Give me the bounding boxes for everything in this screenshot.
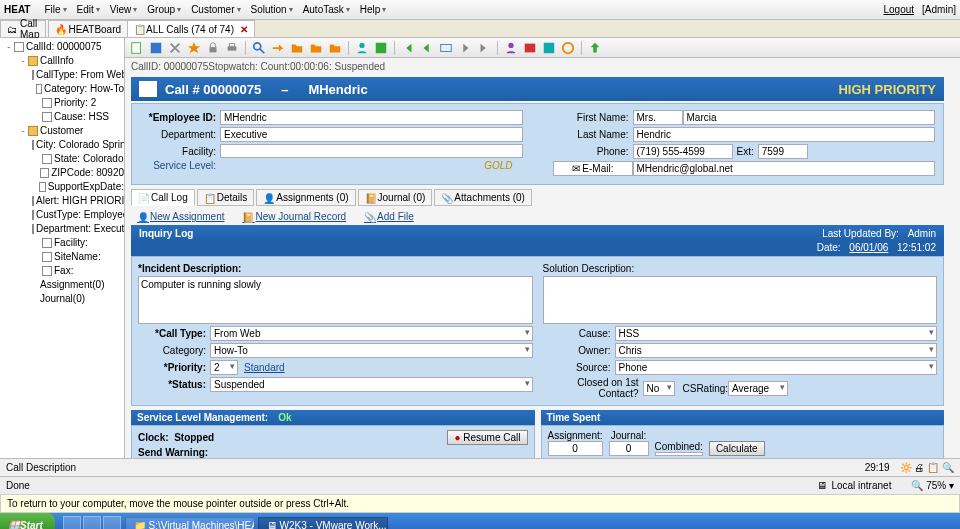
facility-field[interactable] — [220, 144, 523, 158]
tree-node[interactable]: Alert: HIGH PRIORITY — [0, 194, 124, 208]
tree-node[interactable]: CallType: From Web — [0, 68, 124, 82]
email-field[interactable]: MHendric@global.net — [633, 161, 936, 176]
category-select[interactable]: How-To — [210, 343, 533, 358]
tree-node[interactable]: Priority: 2 — [0, 96, 124, 110]
customer-icon[interactable] — [503, 40, 519, 56]
phone-field[interactable]: (719) 555-4599 — [633, 144, 733, 159]
menu-edit[interactable]: Edit▾ — [73, 2, 104, 17]
tree-node[interactable]: CustType: Employee — [0, 208, 124, 222]
tree-node[interactable]: -CallInfo — [0, 54, 124, 68]
email-button[interactable]: ✉ E-Mail: — [553, 161, 633, 176]
exit-icon[interactable] — [587, 40, 603, 56]
menu-view[interactable]: View▾ — [106, 2, 142, 17]
save-icon[interactable] — [148, 40, 164, 56]
tree-node[interactable]: Category: How-To — [0, 82, 124, 96]
logout-link[interactable]: Logout — [884, 4, 915, 15]
next-icon[interactable] — [457, 40, 473, 56]
history-icon[interactable] — [560, 40, 576, 56]
tree-node[interactable]: Fax: — [0, 264, 124, 278]
ql-desktop-icon[interactable] — [83, 516, 101, 529]
people-icon[interactable] — [354, 40, 370, 56]
tab-attachments[interactable]: 📎Attachments (0) — [434, 189, 532, 206]
menu-solution[interactable]: Solution▾ — [247, 2, 297, 17]
calculate-button[interactable]: Calculate — [709, 441, 765, 456]
print-icon[interactable] — [224, 40, 240, 56]
menu-help[interactable]: Help▾ — [356, 2, 391, 17]
menu-group[interactable]: Group▾ — [143, 2, 185, 17]
counter-icon[interactable] — [438, 40, 454, 56]
journal-time[interactable]: 0 — [609, 441, 649, 456]
folder1-icon[interactable] — [308, 40, 324, 56]
tree-node[interactable]: -CallId: 00000075 — [0, 40, 124, 54]
find-icon[interactable] — [251, 40, 267, 56]
lastname-field[interactable]: Hendric — [633, 127, 936, 142]
tree-node[interactable]: SiteName: — [0, 250, 124, 264]
start-button[interactable]: 🪟 Start — [0, 513, 55, 529]
tab-journal[interactable]: 📔Journal (0) — [358, 189, 433, 206]
ext-field[interactable]: 7599 — [758, 144, 808, 159]
flag-icon[interactable] — [373, 40, 389, 56]
tree-node[interactable]: SupportExpDate: — [0, 180, 124, 194]
first-icon[interactable] — [400, 40, 416, 56]
priority-select[interactable]: 2 — [210, 360, 238, 375]
solution-textarea[interactable] — [543, 276, 938, 324]
assignment-time[interactable]: 0 — [548, 441, 603, 456]
tab-assignments[interactable]: 👤Assignments (0) — [256, 189, 355, 206]
ql-explorer-icon[interactable] — [103, 516, 121, 529]
cfg-icon[interactable] — [541, 40, 557, 56]
tree-node[interactable]: Journal(0) — [0, 292, 124, 306]
department-field[interactable]: Executive — [220, 127, 523, 142]
tree-node[interactable]: Cause: HSS — [0, 110, 124, 124]
resume-call-button[interactable]: ● Resume Call — [447, 430, 527, 445]
standard-link[interactable]: Standard — [244, 362, 285, 373]
prev-icon[interactable] — [419, 40, 435, 56]
new-journal-link[interactable]: 📔New Journal Record — [242, 211, 346, 222]
tree-node[interactable]: Facility: — [0, 236, 124, 250]
new-icon[interactable] — [129, 40, 145, 56]
brand: HEAT — [4, 4, 30, 15]
tabclose-icon[interactable]: ✕ — [240, 24, 248, 35]
tree-node[interactable]: City: Colorado Springs — [0, 138, 124, 152]
firstname-field[interactable]: Marcia — [683, 110, 936, 125]
tree-node[interactable]: -Customer — [0, 124, 124, 138]
csrating-select[interactable]: Average — [728, 381, 788, 396]
tree-node[interactable]: State: Colorado — [0, 152, 124, 166]
tree-node[interactable]: ZIPCode: 80920 — [0, 166, 124, 180]
title-field[interactable]: Mrs. — [633, 110, 683, 125]
incident-textarea[interactable]: Computer is running slowly — [138, 276, 533, 324]
tree-node[interactable]: Department: Executive — [0, 222, 124, 236]
add-file-link[interactable]: 📎Add File — [364, 211, 414, 222]
ticket-icon[interactable] — [522, 40, 538, 56]
folder2-icon[interactable] — [327, 40, 343, 56]
combined-time — [655, 452, 703, 456]
employee-id-field[interactable]: MHendric — [220, 110, 523, 125]
menu-file[interactable]: File▾ — [40, 2, 70, 17]
source-select[interactable]: Phone — [615, 360, 938, 375]
task-explorer[interactable]: 📁 S:\Virtual Machines\HEA... — [125, 517, 255, 530]
last-icon[interactable] — [476, 40, 492, 56]
tab-heatboard[interactable]: 🔥HEATBoard — [48, 20, 128, 37]
lock-icon[interactable] — [205, 40, 221, 56]
calltype-select[interactable]: From Web — [210, 326, 533, 341]
tab-callmap[interactable]: 🗂Call Map — [0, 20, 46, 37]
svg-rect-0 — [132, 42, 141, 53]
menu-autotask[interactable]: AutoTask▾ — [299, 2, 354, 17]
status-select[interactable]: Suspended — [210, 377, 533, 392]
menu-customer[interactable]: Customer▾ — [187, 2, 244, 17]
quick-icon[interactable] — [186, 40, 202, 56]
task-vmware[interactable]: 🖥 W2K3 - VMware Work... — [258, 517, 388, 530]
tab-details[interactable]: 📋Details — [197, 189, 255, 206]
tab-allcalls[interactable]: 📋 ALL Calls (74 of 74)✕ — [127, 20, 255, 37]
tab-calllog[interactable]: 📄Call Log — [131, 189, 195, 206]
new-assignment-link[interactable]: 👤New Assignment — [137, 211, 224, 222]
transfer-icon[interactable] — [270, 40, 286, 56]
cause-select[interactable]: HSS — [615, 326, 938, 341]
folder-icon[interactable] — [289, 40, 305, 56]
abandon-icon[interactable] — [167, 40, 183, 56]
zoom-label[interactable]: 🔍 75% ▾ — [911, 480, 954, 491]
incident-label: *Incident Description: — [138, 263, 533, 274]
tree-node[interactable]: Assignment(0) — [0, 278, 124, 292]
closed1st-select[interactable]: No — [643, 381, 675, 396]
ql-ie-icon[interactable] — [63, 516, 81, 529]
owner-select[interactable]: Chris — [615, 343, 938, 358]
